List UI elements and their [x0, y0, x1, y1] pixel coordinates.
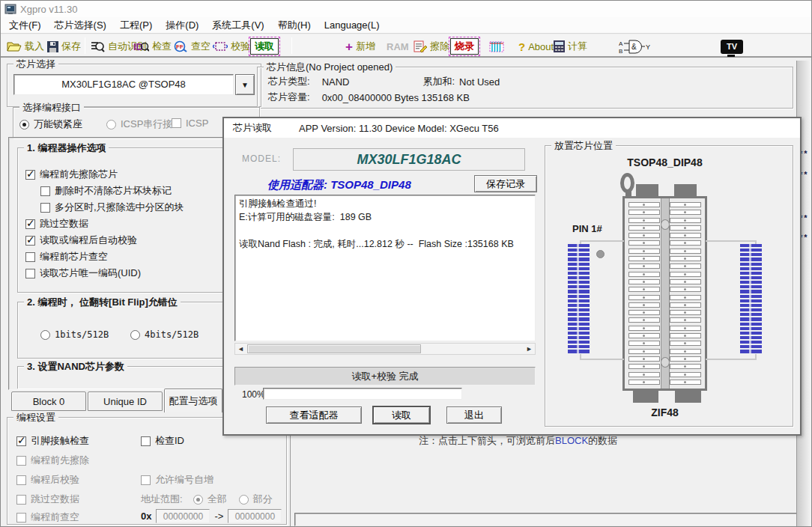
socket-slot [670, 233, 701, 238]
toolbar-separator [291, 37, 292, 54]
option-checkbox-row[interactable]: 跳过空数据 [25, 216, 253, 232]
option-label: 读取芯片唯一编码(UID) [40, 266, 141, 280]
checkbox-verify-after: 编程后校验 [16, 473, 79, 487]
calc-button[interactable]: 计算 [554, 37, 587, 55]
socket-slot [628, 326, 660, 331]
tab-block0[interactable]: Block 0 [11, 392, 86, 411]
erase-button[interactable]: 擦除 [413, 37, 449, 55]
menu-item[interactable]: 工程(P) [113, 17, 159, 34]
option-checkbox-row[interactable]: 多分区时,只擦除选中分区的块 [40, 199, 253, 216]
menu-item[interactable]: Language(L) [318, 18, 387, 32]
checkbox-icsp: ICSP [172, 118, 208, 129]
load-button[interactable]: 载入 [7, 37, 44, 55]
chip-select-combobox[interactable]: MX30LF1G18AC @TSOP48 [13, 74, 234, 95]
socket-screw [661, 357, 670, 368]
radio-4bit[interactable]: 4bits/512B [130, 329, 199, 340]
option-checkbox-row[interactable]: 读取芯片唯一编码(UID) [25, 265, 253, 281]
chip-type-label: 芯片类型: [268, 75, 310, 88]
socket-slot [628, 264, 660, 269]
tv-out-button[interactable]: TV [721, 37, 743, 55]
menu-item[interactable]: 芯片选择(S) [48, 17, 113, 34]
nand-params-group: 3. 设置NAND芯片参数 [17, 366, 255, 389]
socket-top-tab [674, 184, 697, 197]
app-icon [4, 3, 16, 15]
window-title: Xgpro v11.30 [20, 4, 77, 15]
radio-icon [106, 120, 116, 130]
read-button[interactable]: 读取 [250, 37, 279, 55]
addr-arrow: -> [214, 511, 223, 522]
socket-slot [628, 364, 660, 369]
socket-slot [670, 264, 701, 269]
dialog-read-button[interactable]: 读取 [372, 406, 431, 424]
menu-item[interactable]: 系统工具(V) [205, 17, 270, 34]
checkbox-icon [40, 203, 50, 213]
radio-universal-socket[interactable]: 万能锁紧座 [19, 118, 82, 131]
open-folder-icon [7, 41, 22, 52]
option-checkbox-row[interactable]: 读取或编程后自动校验 [25, 232, 253, 249]
chip-info-group-label: 芯片信息(No Project opened) [264, 61, 396, 74]
tv-icon: TV [721, 40, 743, 54]
log-output[interactable]: 引脚接触检查通过! E:计算可用的磁盘容量: 189 GB 读取Nand Fla… [234, 195, 536, 341]
pcb-outline [706, 240, 757, 242]
checkbox-icon [25, 170, 35, 180]
chip-test-button[interactable] [488, 37, 505, 55]
adapter-text: 使用适配器: TSOP48_DIP48 [267, 178, 411, 192]
add-chip-button[interactable]: + 新增 [345, 37, 375, 55]
menu-item[interactable]: 操作(D) [159, 17, 205, 34]
model-label: MODEL: [242, 153, 281, 164]
dialog-exit-button[interactable]: 退出 [446, 406, 502, 424]
scroll-right-arrow[interactable]: ► [524, 344, 535, 354]
option-checkbox-row[interactable]: 编程前芯片查空 [25, 249, 253, 265]
checkbox-icon [16, 513, 26, 523]
verify-button[interactable]: 校验 [213, 37, 250, 55]
checkbox-icon [16, 456, 26, 466]
socket-slot [670, 380, 701, 385]
chevron-down-icon: ▼ [241, 81, 249, 89]
socket-slot [628, 349, 660, 354]
chip-type-value: NAND [322, 76, 350, 88]
dialog-title-bar[interactable]: 芯片读取 APP Version: 11.30 Device Model: XG… [224, 118, 800, 138]
scroll-left-arrow[interactable]: ◄ [235, 344, 246, 354]
logic-test-button[interactable]: AB&Y [619, 37, 650, 55]
option-checkbox-row[interactable]: 编程前先擦除芯片 [25, 166, 253, 183]
checkbox-icon [25, 219, 35, 229]
socket-slot [670, 240, 701, 246]
socket-slot [628, 372, 660, 377]
socket-slot [628, 272, 660, 277]
check-id-button[interactable]: ID 检查 [133, 37, 172, 55]
socket-top-tab [636, 184, 658, 197]
menu-bar: 文件(F)芯片选择(S)工程(P)操作(D)系统工具(V)帮助(H)Langua… [1, 17, 811, 34]
view-adapter-button[interactable]: 查看适配器 [266, 406, 362, 424]
about-button[interactable]: ? About [518, 37, 554, 55]
radio-1bit[interactable]: 1bits/512B [40, 329, 109, 340]
option-checkbox-row[interactable]: 删除时不清除芯片坏块标记 [40, 183, 253, 199]
log-horizontal-scrollbar[interactable]: ◄ ► [234, 343, 536, 355]
tab-config-options[interactable]: 配置与选项 [164, 389, 222, 412]
socket-slot [670, 287, 701, 292]
checkbox-icon [25, 236, 35, 246]
programmer-options-group: 1. 编程器操作选项 编程前先擦除芯片删除时不清除芯片坏块标记多分区时,只擦除选… [17, 147, 255, 293]
checkbox-icon [172, 118, 181, 128]
checkbox-pin-check[interactable]: 引脚接触检查 [16, 434, 89, 448]
floppy-icon [47, 41, 58, 52]
addr-range-label: 地址范围: [141, 493, 183, 506]
checkbox-icon [25, 269, 35, 278]
bitflip-title: 2. 编程时， 位翻转[Bit Flip]允错位 [24, 296, 181, 309]
scrollbar-thumb[interactable] [247, 344, 421, 353]
chip-select-dropdown-button[interactable]: ▼ [235, 74, 255, 95]
socket-slot [628, 240, 660, 246]
save-record-button[interactable]: 保存记录 [474, 175, 537, 192]
burn-button[interactable]: 烧录 [450, 37, 479, 55]
tab-unique-id[interactable]: Unique ID [88, 392, 163, 411]
socket-lever-icon [620, 173, 634, 193]
menu-item[interactable]: 文件(F) [2, 17, 48, 34]
socket-slot [628, 256, 660, 261]
blank-check-button[interactable]: FF 查空 [173, 37, 210, 55]
socket-slot [670, 317, 701, 323]
block-browse-note: 注：点击上下箭头，可浏览前后BLOCK的数据 [419, 434, 617, 448]
menu-item[interactable]: 帮助(H) [271, 17, 318, 34]
title-bar: Xgpro v11.30 [1, 1, 811, 17]
checkbox-check-id[interactable]: 检查ID [141, 434, 184, 448]
save-button[interactable]: 保存 [47, 37, 81, 55]
dialog-subtitle: APP Version: 11.30 Device Model: XGecu T… [299, 123, 499, 134]
